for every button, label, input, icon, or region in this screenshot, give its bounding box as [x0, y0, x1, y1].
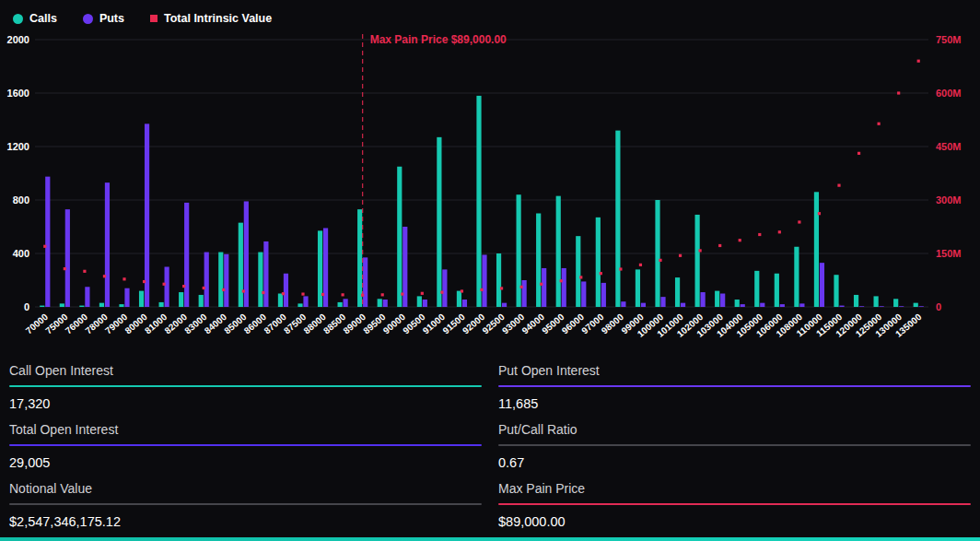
intrinsic-value-dot[interactable] — [878, 123, 881, 125]
intrinsic-value-dot[interactable] — [579, 276, 582, 278]
puts-bar[interactable] — [303, 296, 308, 307]
puts-bar[interactable] — [45, 177, 50, 307]
calls-bar[interactable] — [834, 275, 838, 307]
puts-bar[interactable] — [145, 123, 149, 307]
puts-bar[interactable] — [839, 306, 844, 307]
calls-bar[interactable] — [40, 306, 44, 307]
intrinsic-value-dot[interactable] — [739, 239, 741, 241]
puts-bar[interactable] — [462, 300, 467, 307]
puts-bar[interactable] — [284, 274, 288, 307]
chart-canvas[interactable]: 04008001200160020000150M300M450M600M750M… — [0, 29, 980, 353]
calls-bar[interactable] — [615, 131, 620, 307]
puts-bar[interactable] — [344, 299, 348, 307]
puts-bar[interactable] — [760, 303, 764, 307]
intrinsic-value-dot[interactable] — [401, 292, 403, 295]
puts-bar[interactable] — [522, 280, 527, 307]
intrinsic-value-dot[interactable] — [262, 291, 264, 294]
max-pain-chart[interactable]: 04008001200160020000150M300M450M600M750M… — [0, 29, 980, 353]
calls-bar[interactable] — [378, 299, 382, 307]
puts-bar[interactable] — [263, 241, 268, 307]
intrinsic-value-dot[interactable] — [222, 288, 225, 291]
calls-bar[interactable] — [199, 295, 204, 307]
puts-bar[interactable] — [880, 306, 884, 307]
intrinsic-value-dot[interactable] — [659, 259, 661, 262]
intrinsic-value-dot[interactable] — [679, 254, 682, 257]
puts-bar[interactable] — [701, 292, 706, 307]
calls-bar[interactable] — [357, 209, 362, 307]
calls-bar[interactable] — [218, 253, 223, 307]
intrinsic-value-dot[interactable] — [43, 245, 46, 248]
intrinsic-value-dot[interactable] — [182, 285, 185, 288]
puts-bar[interactable] — [124, 288, 129, 307]
calls-bar[interactable] — [576, 236, 580, 307]
puts-bar[interactable] — [681, 303, 685, 307]
puts-bar[interactable] — [165, 267, 169, 308]
intrinsic-value-dot[interactable] — [540, 283, 542, 286]
intrinsic-value-dot[interactable] — [122, 277, 125, 280]
puts-bar[interactable] — [780, 304, 785, 307]
calls-bar[interactable] — [397, 167, 402, 307]
puts-bar[interactable] — [820, 263, 824, 307]
calls-bar[interactable] — [417, 296, 422, 307]
calls-bar[interactable] — [60, 303, 64, 307]
intrinsic-value-dot[interactable] — [897, 91, 900, 94]
calls-bar[interactable] — [517, 194, 521, 307]
intrinsic-value-dot[interactable] — [301, 292, 304, 295]
legend-item-puts[interactable]: Puts — [83, 12, 124, 25]
calls-bar[interactable] — [854, 295, 858, 307]
puts-bar[interactable] — [85, 287, 89, 307]
intrinsic-value-dot[interactable] — [83, 270, 86, 273]
puts-bar[interactable] — [224, 254, 228, 307]
intrinsic-value-dot[interactable] — [381, 293, 384, 296]
intrinsic-value-dot[interactable] — [282, 292, 285, 295]
intrinsic-value-dot[interactable] — [500, 287, 503, 289]
calls-bar[interactable] — [794, 247, 799, 307]
intrinsic-value-dot[interactable] — [103, 275, 106, 277]
calls-bar[interactable] — [258, 253, 262, 307]
puts-bar[interactable] — [502, 303, 507, 307]
calls-bar[interactable] — [338, 302, 343, 307]
intrinsic-value-dot[interactable] — [778, 230, 781, 233]
calls-bar[interactable] — [655, 200, 659, 307]
puts-bar[interactable] — [542, 268, 546, 307]
puts-bar[interactable] — [621, 301, 625, 307]
intrinsic-value-dot[interactable] — [242, 289, 245, 292]
puts-bar[interactable] — [581, 281, 586, 307]
puts-bar[interactable] — [204, 253, 209, 307]
puts-bar[interactable] — [423, 300, 427, 307]
intrinsic-value-dot[interactable] — [758, 233, 761, 236]
puts-bar[interactable] — [65, 209, 70, 307]
intrinsic-value-dot[interactable] — [342, 293, 344, 296]
intrinsic-value-dot[interactable] — [163, 283, 166, 286]
puts-bar[interactable] — [741, 304, 745, 307]
puts-bar[interactable] — [601, 283, 606, 307]
calls-bar[interactable] — [814, 192, 819, 307]
calls-bar[interactable] — [754, 271, 759, 307]
calls-bar[interactable] — [99, 303, 104, 307]
calls-bar[interactable] — [139, 291, 144, 307]
calls-bar[interactable] — [596, 218, 601, 307]
intrinsic-value-dot[interactable] — [718, 244, 721, 247]
intrinsic-value-dot[interactable] — [818, 212, 821, 215]
intrinsic-value-dot[interactable] — [480, 288, 483, 291]
intrinsic-value-dot[interactable] — [600, 272, 602, 275]
legend-item-calls[interactable]: Calls — [13, 12, 57, 25]
puts-bar[interactable] — [899, 306, 904, 307]
calls-bar[interactable] — [437, 137, 441, 307]
intrinsic-value-dot[interactable] — [699, 249, 702, 252]
legend-item-intrinsic[interactable]: Total Intrinsic Value — [150, 12, 272, 25]
puts-bar[interactable] — [562, 268, 566, 307]
puts-bar[interactable] — [363, 257, 368, 307]
puts-bar[interactable] — [720, 294, 725, 308]
calls-bar[interactable] — [298, 303, 302, 307]
puts-bar[interactable] — [105, 182, 110, 307]
puts-bar[interactable] — [919, 306, 924, 307]
calls-bar[interactable] — [675, 277, 680, 307]
intrinsic-value-dot[interactable] — [321, 293, 324, 296]
calls-bar[interactable] — [79, 306, 84, 307]
calls-bar[interactable] — [893, 299, 898, 307]
calls-bar[interactable] — [914, 303, 918, 307]
calls-bar[interactable] — [496, 253, 501, 307]
calls-bar[interactable] — [476, 96, 481, 307]
calls-bar[interactable] — [239, 223, 243, 307]
